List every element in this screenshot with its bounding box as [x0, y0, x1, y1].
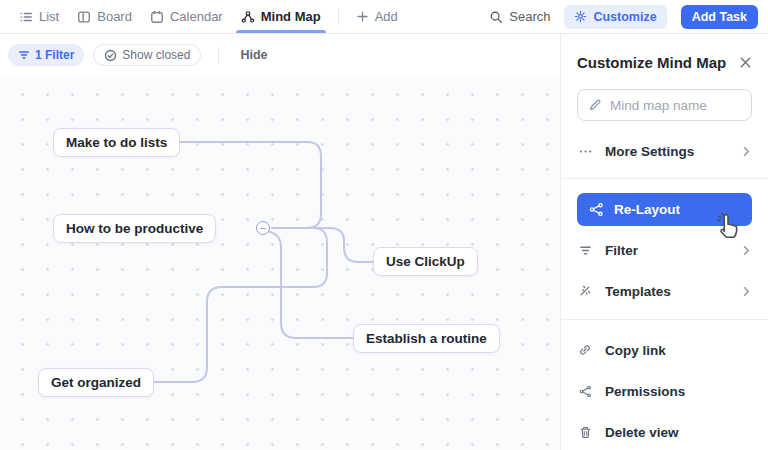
- panel-title: Customize Mind Map: [577, 54, 726, 71]
- tab-label: Calendar: [170, 9, 223, 24]
- delete-view-item[interactable]: Delete view: [577, 420, 752, 444]
- copy-link-item[interactable]: Copy link: [577, 338, 752, 362]
- gear-icon: [574, 10, 587, 23]
- mind-map-canvas[interactable]: Make to do lists How to be productive Us…: [0, 76, 560, 450]
- templates-label: Templates: [605, 284, 671, 299]
- filter-item[interactable]: Filter: [577, 238, 752, 262]
- chevron-right-icon: [741, 146, 752, 157]
- filter-icon: [577, 244, 593, 257]
- view-tabs: List Board Calendar Mind Map Add: [10, 0, 407, 33]
- templates-item[interactable]: Templates: [577, 279, 752, 303]
- permissions-item[interactable]: Permissions: [577, 379, 752, 403]
- tab-label: Mind Map: [261, 9, 321, 24]
- copy-link-label: Copy link: [605, 343, 666, 358]
- add-task-button[interactable]: Add Task: [681, 5, 758, 29]
- link-icon: [577, 343, 593, 357]
- filter-icon: [18, 49, 30, 61]
- mind-map-node[interactable]: Use ClickUp: [373, 247, 478, 276]
- chevron-right-icon: [741, 286, 752, 297]
- panel-divider: [561, 178, 768, 179]
- ellipsis-icon: [577, 144, 593, 159]
- tab-label: List: [39, 9, 59, 24]
- tab-list[interactable]: List: [10, 0, 68, 33]
- share-icon: [577, 385, 593, 398]
- board-icon: [77, 10, 91, 24]
- search-label: Search: [509, 9, 550, 24]
- mind-map-name-input[interactable]: [610, 98, 741, 113]
- permissions-label: Permissions: [605, 384, 685, 399]
- mind-map-icon: [241, 10, 255, 24]
- close-icon: [739, 56, 752, 69]
- pencil-icon: [588, 98, 602, 112]
- tab-label: Board: [97, 9, 132, 24]
- nav-divider: [338, 9, 339, 25]
- mind-map-node[interactable]: Get organized: [38, 368, 154, 397]
- mind-map-node-root[interactable]: How to be productive: [53, 214, 216, 243]
- active-filter-pill[interactable]: 1 Filter: [8, 44, 84, 66]
- more-settings-label: More Settings: [605, 144, 694, 159]
- hide-button[interactable]: Hide: [236, 48, 271, 62]
- search-icon: [489, 10, 503, 24]
- re-layout-icon: [589, 202, 604, 217]
- check-circle-icon: [104, 49, 117, 62]
- customize-label: Customize: [593, 10, 656, 24]
- customize-button[interactable]: Customize: [564, 5, 666, 29]
- tab-board[interactable]: Board: [68, 0, 141, 33]
- top-navigation: List Board Calendar Mind Map Add: [0, 0, 768, 34]
- more-settings-item[interactable]: More Settings: [577, 139, 752, 163]
- panel-divider: [561, 319, 768, 320]
- show-closed-label: Show closed: [122, 48, 190, 62]
- customize-panel: Customize Mind Map More Settings: [560, 34, 768, 450]
- re-layout-button[interactable]: Re-Layout: [577, 193, 752, 226]
- filter-count-label: 1 Filter: [35, 48, 74, 62]
- mind-map-node[interactable]: Establish a routine: [353, 324, 500, 353]
- trash-icon: [577, 426, 593, 439]
- chevron-right-icon: [741, 245, 752, 256]
- add-view-button[interactable]: Add: [347, 0, 407, 33]
- add-view-label: Add: [375, 9, 398, 24]
- show-closed-toggle[interactable]: Show closed: [93, 44, 201, 66]
- search-button[interactable]: Search: [489, 9, 550, 24]
- collapse-branch-button[interactable]: −: [256, 221, 270, 235]
- mind-map-view: 1 Filter Show closed Hide Make to do lis…: [0, 34, 560, 450]
- view-toolbar: 1 Filter Show closed Hide: [0, 34, 560, 76]
- add-task-label: Add Task: [692, 10, 747, 24]
- mind-map-node[interactable]: Make to do lists: [53, 128, 180, 157]
- calendar-icon: [150, 10, 164, 24]
- list-icon: [19, 10, 33, 24]
- tab-mind-map[interactable]: Mind Map: [232, 0, 330, 33]
- templates-icon: [577, 284, 593, 298]
- mind-map-name-field[interactable]: [577, 89, 752, 121]
- toolbar-divider: [218, 47, 219, 63]
- filter-label: Filter: [605, 243, 638, 258]
- re-layout-label: Re-Layout: [614, 202, 680, 217]
- plus-icon: [356, 10, 369, 23]
- tab-calendar[interactable]: Calendar: [141, 0, 232, 33]
- close-panel-button[interactable]: [739, 56, 752, 69]
- delete-view-label: Delete view: [605, 425, 679, 440]
